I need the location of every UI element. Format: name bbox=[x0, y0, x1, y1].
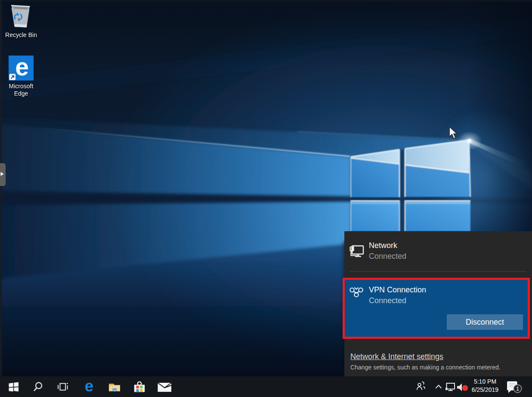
svg-text:e: e bbox=[15, 53, 29, 81]
svg-text:1: 1 bbox=[516, 385, 519, 392]
svg-text:e: e bbox=[85, 377, 94, 395]
